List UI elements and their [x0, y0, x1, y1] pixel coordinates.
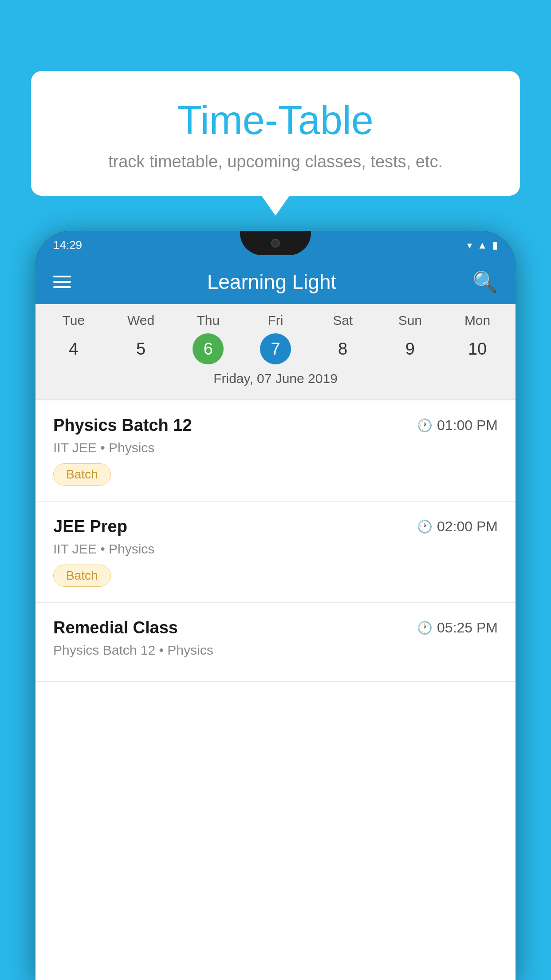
day-col-wed[interactable]: Wed5: [126, 313, 157, 364]
calendar-date-label: Friday, 07 June 2019: [35, 364, 516, 395]
phone-notch: [240, 231, 311, 255]
day-label: Wed: [127, 313, 154, 328]
phone-screen: Tue4Wed5Thu6Fri7Sat8Sun9Mon10 Friday, 07…: [35, 304, 516, 980]
battery-icon: ▮: [492, 240, 498, 251]
day-label: Mon: [464, 313, 490, 328]
app-header: Learning Light 🔍: [35, 260, 516, 304]
clock-icon: 🕐: [417, 418, 433, 433]
menu-button[interactable]: [53, 276, 71, 288]
class-item[interactable]: Remedial Class🕐05:25 PMPhysics Batch 12 …: [35, 603, 516, 682]
class-time: 🕐01:00 PM: [417, 417, 498, 434]
day-col-thu[interactable]: Thu6: [193, 313, 224, 364]
status-icons: ▾ ▲ ▮: [467, 240, 498, 251]
class-time: 🕐05:25 PM: [417, 620, 498, 636]
day-col-fri[interactable]: Fri7: [260, 313, 291, 364]
app-title: Learning Light: [207, 270, 337, 294]
day-label: Fri: [268, 313, 283, 328]
speech-bubble-container: Time-Table track timetable, upcoming cla…: [31, 71, 520, 196]
day-number: 5: [126, 333, 157, 364]
camera-dot: [271, 239, 280, 248]
day-label: Thu: [197, 313, 220, 328]
day-col-mon[interactable]: Mon10: [462, 313, 493, 364]
class-name: Physics Batch 12: [53, 416, 192, 435]
status-bar: 14:29 ▾ ▲ ▮: [35, 231, 516, 260]
class-subtitle: Physics Batch 12 • Physics: [53, 643, 498, 658]
day-number: 8: [327, 333, 358, 364]
class-header: Physics Batch 12🕐01:00 PM: [53, 416, 498, 435]
day-number: 10: [462, 333, 493, 364]
days-row: Tue4Wed5Thu6Fri7Sat8Sun9Mon10: [35, 313, 516, 364]
class-subtitle: IIT JEE • Physics: [53, 440, 498, 455]
class-header: Remedial Class🕐05:25 PM: [53, 618, 498, 637]
day-label: Sun: [398, 313, 422, 328]
day-label: Tue: [63, 313, 85, 328]
day-number: 9: [394, 333, 425, 364]
day-col-sat[interactable]: Sat8: [327, 313, 358, 364]
class-time: 🕐02:00 PM: [417, 518, 498, 535]
class-header: JEE Prep🕐02:00 PM: [53, 517, 498, 536]
day-number: 6: [193, 333, 224, 364]
signal-icon: ▲: [477, 240, 487, 251]
day-number: 4: [58, 333, 89, 364]
class-name: JEE Prep: [53, 517, 127, 536]
class-item[interactable]: Physics Batch 12🕐01:00 PMIIT JEE • Physi…: [35, 400, 516, 502]
main-subtitle: track timetable, upcoming classes, tests…: [49, 152, 502, 171]
speech-bubble: Time-Table track timetable, upcoming cla…: [31, 71, 520, 196]
wifi-icon: ▾: [467, 240, 472, 251]
batch-badge: Batch: [53, 565, 111, 587]
search-icon[interactable]: 🔍: [472, 270, 498, 294]
status-time: 14:29: [53, 238, 82, 252]
day-number: 7: [260, 333, 291, 364]
class-list: Physics Batch 12🕐01:00 PMIIT JEE • Physi…: [35, 400, 516, 682]
menu-line-2: [53, 281, 71, 283]
class-time-value: 05:25 PM: [437, 620, 498, 636]
class-time-value: 02:00 PM: [437, 518, 498, 535]
day-label: Sat: [333, 313, 353, 328]
main-title: Time-Table: [49, 98, 502, 143]
clock-icon: 🕐: [417, 519, 433, 534]
class-time-value: 01:00 PM: [437, 417, 498, 434]
class-name: Remedial Class: [53, 618, 178, 637]
class-item[interactable]: JEE Prep🕐02:00 PMIIT JEE • PhysicsBatch: [35, 502, 516, 603]
phone-frame: 14:29 ▾ ▲ ▮ Learning Light 🔍 Tue4Wed5Thu…: [35, 231, 516, 980]
menu-line-3: [53, 286, 71, 288]
batch-badge: Batch: [53, 463, 111, 486]
menu-line-1: [53, 276, 71, 277]
calendar-strip: Tue4Wed5Thu6Fri7Sat8Sun9Mon10 Friday, 07…: [35, 304, 516, 399]
day-col-sun[interactable]: Sun9: [394, 313, 425, 364]
class-subtitle: IIT JEE • Physics: [53, 541, 498, 557]
day-col-tue[interactable]: Tue4: [58, 313, 89, 364]
clock-icon: 🕐: [417, 620, 433, 635]
